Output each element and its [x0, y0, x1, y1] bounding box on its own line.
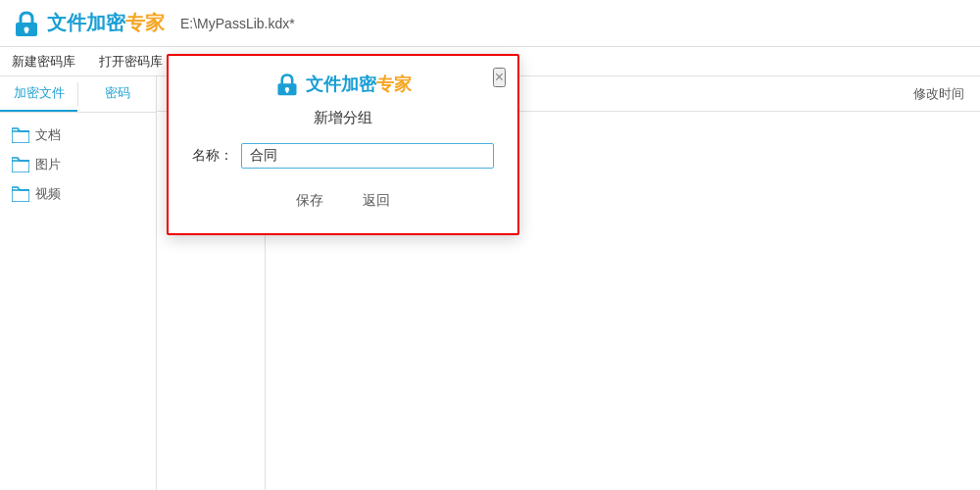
svg-rect-8	[286, 89, 289, 92]
sidebar-item-images[interactable]: 图片	[4, 150, 152, 179]
folder-icon	[12, 156, 29, 173]
menu-new-vault[interactable]: 新建密码库	[8, 51, 79, 73]
dialog-save-button[interactable]: 保存	[288, 188, 331, 214]
dialog-name-input[interactable]	[241, 143, 494, 169]
sidebar: 加密文件 密码 文档	[0, 76, 157, 490]
svg-rect-4	[12, 161, 29, 172]
dialog-subtitle: 新增分组	[169, 109, 517, 127]
tab-encrypted-files[interactable]: 加密文件	[0, 76, 77, 112]
dialog-close-button[interactable]: ×	[493, 68, 506, 87]
dialog-field-name: 名称：	[192, 143, 494, 169]
folder-icon	[12, 185, 29, 203]
sidebar-tabs: 加密文件 密码	[0, 76, 156, 113]
svg-rect-3	[12, 131, 29, 143]
app-logo-icon	[12, 9, 41, 38]
modify-time-label: 修改时间	[913, 85, 964, 103]
dialog-cancel-button[interactable]: 返回	[355, 188, 398, 214]
dialog-field-label: 名称：	[192, 147, 233, 165]
tab-passwords[interactable]: 密码	[78, 76, 156, 112]
dialog-title: 文件加密专家	[306, 73, 412, 96]
title-bar: 文件加密专家 E:\MyPassLib.kdx*	[0, 0, 980, 47]
dialog-title-logo: 文件加密专家	[274, 72, 412, 97]
svg-rect-5	[12, 190, 29, 202]
folder-icon	[12, 126, 29, 144]
svg-rect-2	[25, 29, 28, 33]
dialog-actions: 保存 返回	[169, 188, 517, 214]
dialog-add-group: 文件加密专家 × 新增分组 名称： 保存 返回	[167, 54, 519, 235]
app-title: 文件加密专家	[47, 10, 165, 36]
sidebar-items: 文档 图片 视频	[0, 113, 156, 217]
sidebar-item-documents[interactable]: 文档	[4, 121, 152, 150]
dialog-body: 名称：	[169, 143, 517, 169]
menu-open-vault[interactable]: 打开密码库	[95, 51, 167, 73]
dialog-header: 文件加密专家 ×	[169, 56, 517, 105]
dialog-lock-icon	[274, 72, 300, 97]
file-path: E:\MyPassLib.kdx*	[180, 16, 295, 31]
sidebar-item-videos[interactable]: 视频	[4, 179, 152, 209]
